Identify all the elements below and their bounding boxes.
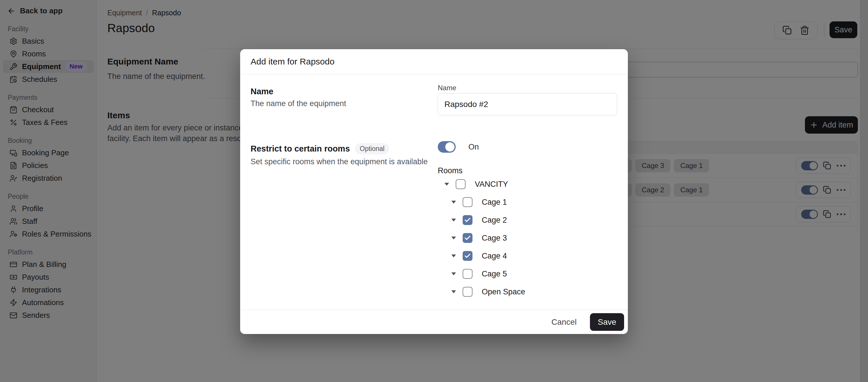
toggle-state-label: On: [468, 142, 479, 152]
restrict-rooms-description: Set specific rooms when the equipment is…: [251, 157, 428, 166]
caret-down-icon[interactable]: [452, 273, 456, 275]
restrict-rooms-toggle[interactable]: [438, 141, 456, 153]
dialog-title: Add item for Rapsodo: [240, 49, 628, 74]
caret-down-icon[interactable]: [452, 236, 456, 240]
room-checkbox[interactable]: [463, 233, 472, 243]
name-input-label: Name: [438, 84, 456, 92]
check-icon: [464, 252, 471, 259]
caret-down-icon[interactable]: [452, 219, 456, 222]
room-tree-row: VANCITY: [438, 175, 525, 193]
room-label: VANCITY: [475, 180, 508, 189]
room-checkbox[interactable]: [463, 287, 472, 297]
dialog-footer: Cancel Save: [240, 310, 628, 334]
room-label: Open Space: [482, 287, 525, 296]
room-checkbox[interactable]: [463, 269, 472, 279]
restrict-toggle-row: On: [438, 141, 479, 153]
room-label: Cage 1: [482, 198, 507, 207]
room-tree-row: Cage 3: [438, 229, 525, 247]
name-section-description: The name of the equipment: [251, 99, 346, 108]
optional-badge: Optional: [355, 143, 389, 154]
rooms-label: Rooms: [438, 166, 463, 175]
room-checkbox[interactable]: [456, 179, 466, 189]
name-section-title: Name: [251, 87, 346, 96]
room-tree-row: Cage 1: [438, 193, 525, 211]
caret-down-icon[interactable]: [452, 290, 456, 293]
caret-down-icon[interactable]: [452, 201, 456, 203]
room-checkbox[interactable]: [463, 251, 472, 261]
dialog-save-button[interactable]: Save: [590, 313, 624, 331]
room-label: Cage 4: [482, 252, 507, 260]
room-tree-row: Cage 2: [438, 211, 525, 229]
room-tree-row: Cage 5: [438, 265, 525, 283]
room-tree-row: Open Space: [438, 283, 525, 301]
check-icon: [464, 234, 471, 242]
room-label: Cage 5: [482, 269, 507, 279]
room-label: Cage 2: [482, 216, 507, 225]
caret-down-icon[interactable]: [452, 254, 456, 257]
room-checkbox[interactable]: [463, 197, 472, 207]
room-label: Cage 3: [482, 234, 507, 243]
caret-down-icon[interactable]: [444, 183, 449, 186]
restrict-rooms-title: Restrict to certain rooms: [251, 144, 350, 154]
restrict-rooms-section: Restrict to certain rooms Optional Set s…: [251, 143, 428, 166]
cancel-button[interactable]: Cancel: [546, 318, 582, 327]
room-tree-row: Cage 4: [438, 247, 525, 265]
check-icon: [464, 217, 471, 224]
item-name-input[interactable]: [438, 93, 617, 116]
add-item-dialog: Add item for Rapsodo Name The name of th…: [240, 49, 628, 334]
name-section: Name The name of the equipment: [251, 87, 346, 108]
room-checkbox[interactable]: [463, 215, 472, 225]
dialog-body: Name The name of the equipment Name Rest…: [240, 74, 628, 310]
rooms-tree: VANCITY Cage 1 Cage 2 Cage 3 Cage 4: [438, 175, 525, 301]
